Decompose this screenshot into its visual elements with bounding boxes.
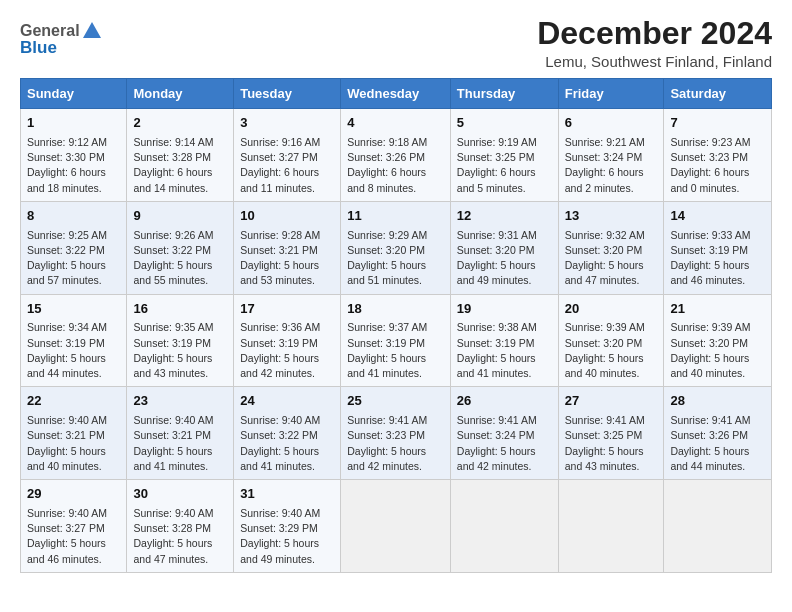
cell-line: Daylight: 5 hours <box>670 444 765 459</box>
cell-line: Daylight: 5 hours <box>457 444 552 459</box>
cell-line: Daylight: 5 hours <box>565 258 658 273</box>
cell-line: Sunset: 3:27 PM <box>240 150 334 165</box>
cell-line: Sunset: 3:29 PM <box>240 521 334 536</box>
cell-line: Sunset: 3:25 PM <box>565 428 658 443</box>
cell-line: and 47 minutes. <box>565 273 658 288</box>
calendar-cell: 7Sunrise: 9:23 AMSunset: 3:23 PMDaylight… <box>664 109 772 202</box>
cell-line: Daylight: 5 hours <box>133 536 227 551</box>
day-number: 16 <box>133 300 227 319</box>
cell-line: Sunset: 3:28 PM <box>133 150 227 165</box>
day-number: 7 <box>670 114 765 133</box>
calendar-header-monday: Monday <box>127 79 234 109</box>
calendar-header-wednesday: Wednesday <box>341 79 451 109</box>
cell-line: Sunrise: 9:41 AM <box>347 413 444 428</box>
cell-line: Sunrise: 9:40 AM <box>27 413 120 428</box>
cell-line: and 55 minutes. <box>133 273 227 288</box>
cell-line: and 18 minutes. <box>27 181 120 196</box>
svg-marker-0 <box>83 22 101 38</box>
title-block: December 2024 Lemu, Southwest Finland, F… <box>537 16 772 70</box>
calendar-cell: 19Sunrise: 9:38 AMSunset: 3:19 PMDayligh… <box>450 294 558 387</box>
cell-line: and 40 minutes. <box>27 459 120 474</box>
calendar-cell: 15Sunrise: 9:34 AMSunset: 3:19 PMDayligh… <box>21 294 127 387</box>
cell-line: and 14 minutes. <box>133 181 227 196</box>
calendar-cell <box>664 480 772 573</box>
cell-line: Sunrise: 9:14 AM <box>133 135 227 150</box>
cell-line: and 46 minutes. <box>670 273 765 288</box>
cell-line: Daylight: 6 hours <box>27 165 120 180</box>
cell-line: Sunrise: 9:38 AM <box>457 320 552 335</box>
cell-line: Sunset: 3:22 PM <box>133 243 227 258</box>
day-number: 24 <box>240 392 334 411</box>
calendar-cell: 14Sunrise: 9:33 AMSunset: 3:19 PMDayligh… <box>664 201 772 294</box>
cell-line: Daylight: 5 hours <box>240 351 334 366</box>
cell-line: Sunset: 3:20 PM <box>565 243 658 258</box>
calendar-header-tuesday: Tuesday <box>234 79 341 109</box>
page-title: December 2024 <box>537 16 772 51</box>
day-number: 2 <box>133 114 227 133</box>
cell-line: Daylight: 6 hours <box>347 165 444 180</box>
calendar-cell: 31Sunrise: 9:40 AMSunset: 3:29 PMDayligh… <box>234 480 341 573</box>
cell-line: Daylight: 5 hours <box>457 258 552 273</box>
cell-line: Sunset: 3:20 PM <box>457 243 552 258</box>
calendar-cell: 9Sunrise: 9:26 AMSunset: 3:22 PMDaylight… <box>127 201 234 294</box>
day-number: 23 <box>133 392 227 411</box>
cell-line: Sunset: 3:22 PM <box>27 243 120 258</box>
cell-line: and 47 minutes. <box>133 552 227 567</box>
calendar-cell <box>558 480 664 573</box>
calendar-cell: 26Sunrise: 9:41 AMSunset: 3:24 PMDayligh… <box>450 387 558 480</box>
day-number: 20 <box>565 300 658 319</box>
cell-line: and 41 minutes. <box>347 366 444 381</box>
cell-line: and 44 minutes. <box>27 366 120 381</box>
cell-line: and 11 minutes. <box>240 181 334 196</box>
calendar-header-row: SundayMondayTuesdayWednesdayThursdayFrid… <box>21 79 772 109</box>
calendar-cell <box>341 480 451 573</box>
cell-line: Sunrise: 9:16 AM <box>240 135 334 150</box>
cell-line: and 42 minutes. <box>457 459 552 474</box>
cell-line: Daylight: 6 hours <box>670 165 765 180</box>
calendar-header-saturday: Saturday <box>664 79 772 109</box>
calendar-cell: 21Sunrise: 9:39 AMSunset: 3:20 PMDayligh… <box>664 294 772 387</box>
cell-line: Sunset: 3:23 PM <box>347 428 444 443</box>
cell-line: Daylight: 5 hours <box>27 444 120 459</box>
calendar-header-thursday: Thursday <box>450 79 558 109</box>
cell-line: Sunrise: 9:18 AM <box>347 135 444 150</box>
cell-line: Daylight: 5 hours <box>457 351 552 366</box>
day-number: 10 <box>240 207 334 226</box>
cell-line: Sunset: 3:21 PM <box>133 428 227 443</box>
calendar-cell: 3Sunrise: 9:16 AMSunset: 3:27 PMDaylight… <box>234 109 341 202</box>
logo-blue-text: Blue <box>20 38 57 58</box>
day-number: 15 <box>27 300 120 319</box>
calendar-week-row: 22Sunrise: 9:40 AMSunset: 3:21 PMDayligh… <box>21 387 772 480</box>
cell-line: Sunrise: 9:41 AM <box>565 413 658 428</box>
cell-line: and 44 minutes. <box>670 459 765 474</box>
cell-line: Sunset: 3:19 PM <box>27 336 120 351</box>
cell-line: Sunrise: 9:25 AM <box>27 228 120 243</box>
calendar-week-row: 29Sunrise: 9:40 AMSunset: 3:27 PMDayligh… <box>21 480 772 573</box>
calendar-cell: 12Sunrise: 9:31 AMSunset: 3:20 PMDayligh… <box>450 201 558 294</box>
cell-line: Sunset: 3:20 PM <box>347 243 444 258</box>
cell-line: and 53 minutes. <box>240 273 334 288</box>
cell-line: Daylight: 6 hours <box>133 165 227 180</box>
day-number: 12 <box>457 207 552 226</box>
cell-line: Sunset: 3:28 PM <box>133 521 227 536</box>
cell-line: Daylight: 5 hours <box>240 536 334 551</box>
cell-line: Sunrise: 9:26 AM <box>133 228 227 243</box>
cell-line: Sunrise: 9:34 AM <box>27 320 120 335</box>
cell-line: and 49 minutes. <box>457 273 552 288</box>
cell-line: Daylight: 5 hours <box>27 536 120 551</box>
calendar-cell: 10Sunrise: 9:28 AMSunset: 3:21 PMDayligh… <box>234 201 341 294</box>
cell-line: and 49 minutes. <box>240 552 334 567</box>
cell-line: Sunset: 3:22 PM <box>240 428 334 443</box>
cell-line: Sunrise: 9:39 AM <box>565 320 658 335</box>
cell-line: Sunset: 3:20 PM <box>670 336 765 351</box>
logo-icon <box>81 20 103 42</box>
day-number: 1 <box>27 114 120 133</box>
cell-line: Sunset: 3:19 PM <box>457 336 552 351</box>
cell-line: and 42 minutes. <box>347 459 444 474</box>
cell-line: Sunset: 3:26 PM <box>347 150 444 165</box>
cell-line: and 57 minutes. <box>27 273 120 288</box>
day-number: 13 <box>565 207 658 226</box>
calendar-cell: 13Sunrise: 9:32 AMSunset: 3:20 PMDayligh… <box>558 201 664 294</box>
cell-line: and 46 minutes. <box>27 552 120 567</box>
cell-line: Daylight: 5 hours <box>347 258 444 273</box>
